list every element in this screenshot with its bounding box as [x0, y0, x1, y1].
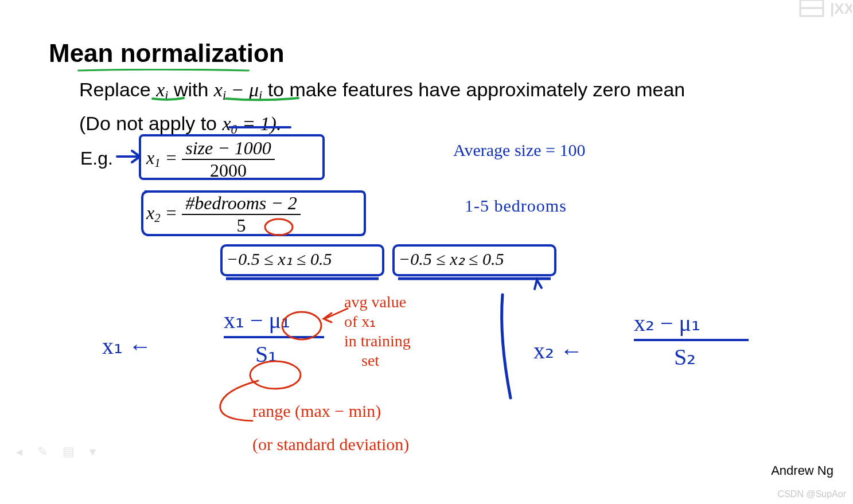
eq2-den: 5	[182, 215, 301, 236]
author-credit: Andrew Ng	[771, 463, 833, 478]
avg-l1: avg value	[344, 293, 406, 311]
x0-x: x	[222, 113, 231, 134]
bottom-left-toolbar[interactable]: ◂ ✎ ▤ ▾	[16, 444, 102, 459]
formula2-num: x₂ − μ₁	[634, 310, 700, 336]
eq2-x: x	[146, 202, 154, 223]
formula1-num: x₁ − μ₁	[224, 307, 290, 333]
xi2-x: x	[214, 79, 223, 100]
eq1-sub: 1	[154, 157, 160, 170]
blue-divider	[493, 292, 516, 401]
red-stddev: (or standard deviation)	[252, 435, 409, 454]
eq1-den: 2000	[182, 160, 275, 181]
t3: to make features have approximately zero…	[262, 79, 685, 100]
avg-l3: in training	[344, 332, 411, 350]
equation-x2: x2 = #bedrooms − 25	[146, 193, 301, 236]
formula2-den: S₂	[634, 344, 696, 370]
mu: μ	[249, 79, 259, 100]
t1: Replace	[79, 79, 156, 100]
eq1-num: size − 1000	[182, 138, 275, 160]
slide-title: Mean normalization	[49, 39, 285, 68]
bound-x1: −0.5 ≤ x₁ ≤ 0.5	[227, 249, 332, 269]
formula2-bar	[634, 339, 749, 341]
minus: −	[226, 79, 249, 100]
equation-x1: x1 = size − 10002000	[146, 138, 275, 181]
red-range: range (max − min)	[252, 401, 381, 421]
xi-x: x	[156, 79, 165, 100]
svg-text:|XX|: |XX|	[830, 0, 852, 17]
eq1-x: x	[146, 147, 154, 168]
body-text: Replace xi with xi − μi to make features…	[79, 76, 685, 143]
formula1-lhs: x₁ ←	[102, 333, 151, 360]
watermark: CSDN @SupAor	[778, 489, 846, 499]
x0-eq: = 1).	[237, 113, 282, 134]
eq2-num: #bedrooms − 2	[182, 193, 301, 215]
title-underline	[49, 69, 278, 72]
bound-x2: −0.5 ≤ x₂ ≤ 0.5	[399, 249, 504, 269]
eq2-sub: 2	[154, 212, 160, 225]
note-bedrooms: 1-5 bedrooms	[465, 196, 567, 216]
formula1-den: S₁	[224, 341, 277, 367]
eq1-eq: =	[161, 147, 182, 168]
red-avg-note: avg value of x₁ in training set	[344, 292, 411, 370]
t2: with	[168, 79, 213, 100]
formula1-rhs: x₁ − μ₁ S₁	[224, 307, 324, 368]
formula2-lhs: x₂ ←	[533, 337, 583, 364]
slide: |XX| Mean normalization Replace xi with …	[0, 0, 853, 504]
eg-label: E.g.	[80, 148, 113, 169]
avg-l4: set	[344, 351, 379, 369]
avg-l2: of x₁	[344, 312, 376, 330]
top-right-icons: |XX|	[794, 0, 852, 22]
eq2-eq: =	[161, 202, 182, 223]
formula1-bar	[224, 336, 324, 338]
x0-0: 0	[231, 122, 237, 136]
arrow-to-eq1	[115, 146, 143, 169]
t4: (Do not apply to	[79, 112, 222, 134]
note-average-size: Average size = 100	[453, 140, 585, 160]
formula2-rhs: x₂ − μ₁ S₂	[634, 310, 749, 370]
